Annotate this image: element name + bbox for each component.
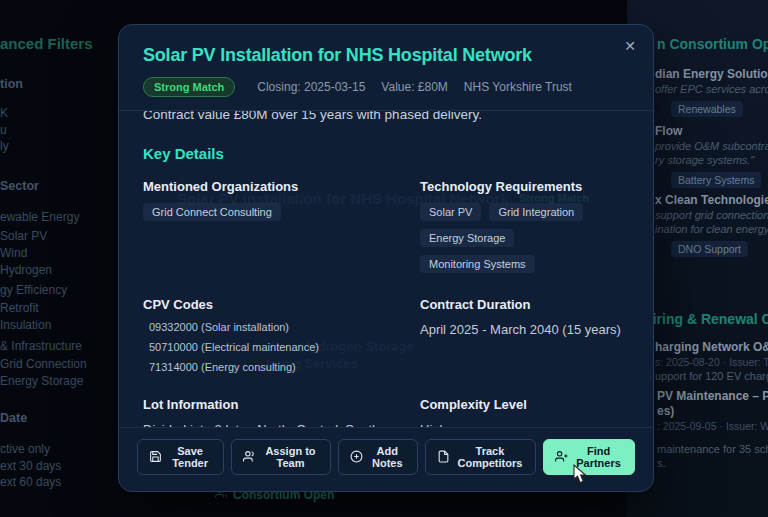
filter-option[interactable]: ext 30 days (0, 459, 61, 473)
filter-option[interactable]: Wind (0, 246, 27, 260)
contract-card[interactable]: harging Network O&M – s: 2025-08-20 · Is… (655, 340, 768, 383)
partner-quote: offer EPC services across (655, 82, 768, 96)
filter-option[interactable]: & Infrastructure (0, 339, 82, 353)
plus-circle-icon (350, 450, 363, 465)
app-screen: anced Filters tion K u ly Sector ewable … (0, 0, 768, 517)
partner-quote: support grid connection a (655, 208, 768, 222)
field-label: CPV Codes (143, 297, 400, 312)
filter-option[interactable]: Insulation (0, 318, 51, 332)
field-label: Contract Duration (420, 297, 629, 312)
field-complexity-level: Complexity Level High (420, 397, 629, 427)
filter-option[interactable]: u (0, 123, 7, 137)
closing-date: Closing: 2025-03-15 (257, 80, 365, 94)
filter-section-date: Date (0, 411, 27, 425)
consortium-heading: n Consortium Oppo (657, 36, 768, 52)
save-tender-label: Save Tender (168, 445, 212, 469)
match-badge: Strong Match (143, 77, 235, 97)
partner-tag: DNO Support (671, 241, 748, 257)
close-icon[interactable]: ✕ (619, 35, 641, 57)
tech-chip: Solar PV (420, 203, 481, 221)
contract-value: Value: £80M (381, 80, 448, 94)
partner-quote: ry storage systems." (655, 153, 768, 167)
tender-detail-modal: Solar PV Installation for NHS Hospital N… (118, 24, 654, 492)
cpv-code: 50710000 (Electrical maintenance) (149, 341, 400, 353)
field-label: Mentioned Organizations (143, 179, 400, 194)
contract-name: PV Maintenance – Prima (657, 389, 768, 404)
field-value: April 2025 - March 2040 (15 years) (420, 321, 629, 339)
modal-header: Solar PV Installation for NHS Hospital N… (119, 25, 653, 111)
filter-option[interactable]: Energy Storage (0, 374, 83, 388)
partner-name: dian Energy Solutions Ltd (655, 67, 768, 82)
add-notes-button[interactable]: Add Notes (338, 439, 418, 475)
track-competitors-label: Track Competitors (456, 445, 524, 469)
person-plus-icon (555, 450, 568, 465)
contract-card[interactable]: PV Maintenance – Prima es) : 2025-09-05 … (657, 389, 768, 470)
find-partners-label: Find Partners (574, 445, 623, 469)
field-contract-duration: Contract Duration April 2025 - March 204… (420, 297, 629, 373)
modal-title: Solar PV Installation for NHS Hospital N… (143, 45, 629, 66)
filter-option[interactable]: Hydrogen (0, 263, 52, 277)
assign-to-team-button[interactable]: Assign to Team (231, 439, 331, 475)
tender-description: Contract value £80M over 15 years with p… (143, 111, 629, 124)
filter-option[interactable]: K (0, 106, 8, 120)
assign-to-team-label: Assign to Team (262, 445, 319, 469)
partner-name: x Clean Technologies (655, 193, 768, 208)
add-notes-label: Add Notes (369, 445, 406, 469)
filter-section-location: tion (0, 77, 23, 91)
partner-quote: ination for clean energy (655, 222, 768, 236)
save-tender-button[interactable]: Save Tender (137, 439, 224, 475)
contract-desc: upport for 120 EV charging p (655, 369, 768, 383)
contract-desc: maintenance for 35 school (657, 442, 768, 456)
partner-tag: Renewables (671, 101, 743, 117)
people-icon (243, 450, 256, 465)
filter-option[interactable]: Retrofit (0, 301, 39, 315)
modal-footer: Save Tender Assign to Team Add Notes Tra… (119, 427, 653, 491)
find-partners-button[interactable]: Find Partners (543, 439, 635, 475)
cpv-code: 09332000 (Solar installation) (149, 321, 400, 333)
field-cpv-codes: CPV Codes 09332000 (Solar installation) … (143, 297, 400, 373)
field-mentioned-organizations: Mentioned Organizations Grid Connect Con… (143, 179, 400, 273)
contract-desc-line2: s. (657, 456, 768, 470)
filter-option[interactable]: ewable Energy (0, 210, 79, 224)
partner-card[interactable]: Flow provide O&M subcontract ry storage … (655, 124, 768, 188)
tech-chip: Grid Integration (489, 203, 583, 221)
contract-meta: s: 2025-08-20 · Issuer: Trans (655, 355, 768, 369)
field-value: Divided into 3 lots - North, Central, So… (143, 421, 383, 427)
key-details-grid: Mentioned Organizations Grid Connect Con… (143, 179, 629, 427)
filter-option[interactable]: ext 60 days (0, 475, 61, 489)
tech-chip: Energy Storage (420, 229, 514, 247)
save-icon (149, 450, 162, 465)
tech-chip: Monitoring Systems (420, 255, 535, 273)
contract-name: harging Network O&M – (655, 340, 768, 355)
filter-section-sector: Sector (0, 179, 39, 193)
issuer-name: NHS Yorkshire Trust (464, 80, 572, 94)
field-technology-requirements: Technology Requirements Solar PV Grid In… (420, 179, 629, 273)
partner-name: Flow (655, 124, 768, 139)
field-label: Technology Requirements (420, 179, 629, 194)
modal-meta-row: Strong Match Closing: 2025-03-15 Value: … (143, 77, 629, 97)
contract-name-line2: es) (657, 404, 768, 419)
filter-option[interactable]: gy Efficiency (0, 283, 67, 297)
field-label: Lot Information (143, 397, 400, 412)
field-lot-information: Lot Information Divided into 3 lots - No… (143, 397, 400, 427)
partner-card[interactable]: x Clean Technologies support grid connec… (655, 193, 768, 257)
filter-option[interactable]: ctive only (0, 442, 50, 456)
contract-meta: : 2025-09-05 · Issuer: Wels (657, 419, 768, 433)
partner-quote: provide O&M subcontract (655, 139, 768, 153)
filter-option[interactable]: ly (0, 139, 9, 153)
filters-heading: anced Filters (0, 35, 93, 52)
field-value: High (420, 421, 629, 427)
org-chip: Grid Connect Consulting (143, 203, 281, 221)
filter-option[interactable]: Grid Connection (0, 357, 87, 371)
modal-body: Contract value £80M over 15 years with p… (119, 111, 653, 427)
track-competitors-button[interactable]: Track Competitors (425, 439, 536, 475)
key-details-heading: Key Details (143, 145, 629, 162)
cpv-code: 71314000 (Energy consulting) (149, 361, 400, 373)
partner-card[interactable]: dian Energy Solutions Ltd offer EPC serv… (655, 67, 768, 117)
document-icon (437, 450, 450, 465)
filter-option[interactable]: Solar PV (0, 229, 47, 243)
partner-tag: Battery Systems (671, 172, 761, 188)
field-label: Complexity Level (420, 397, 629, 412)
